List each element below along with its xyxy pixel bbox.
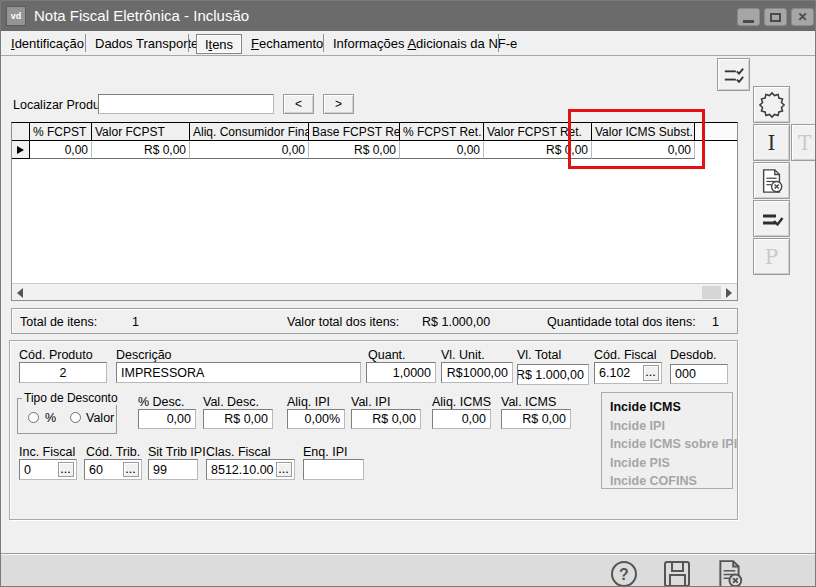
grid-header-pct-fcpst[interactable]: % FCPST bbox=[30, 123, 92, 140]
grid-data-row: 0,00 R$ 0,00 0,00 R$ 0,00 0,00 R$ 0,00 0… bbox=[12, 141, 737, 159]
cell-valor-fcpst-ret[interactable]: R$ 0,00 bbox=[484, 141, 592, 159]
cell-pct-fcpst[interactable]: 0,00 bbox=[30, 141, 92, 159]
cell-valor-fcpst[interactable]: R$ 0,00 bbox=[92, 141, 190, 159]
next-item-button[interactable]: > bbox=[323, 94, 354, 114]
scroll-right-icon bbox=[726, 288, 732, 298]
cod-fiscal-field[interactable]: 6.102 ... bbox=[594, 362, 662, 384]
close-button[interactable]: ✕ bbox=[791, 8, 814, 26]
radio-valor[interactable] bbox=[70, 412, 81, 423]
radio-valor-label[interactable]: Valor bbox=[86, 411, 114, 425]
cell-base-fcpst-ret[interactable]: R$ 0,00 bbox=[309, 141, 400, 159]
quantidade-total-value: 1 bbox=[712, 315, 719, 329]
grid-header-valor-fcpst-ret[interactable]: Valor FCPST Ret. bbox=[484, 123, 592, 140]
cod-trib-field[interactable]: 60 ... bbox=[84, 459, 142, 480]
cancel-button[interactable] bbox=[714, 558, 746, 587]
minimize-icon bbox=[743, 20, 754, 23]
grid-header-valor-icms-subst[interactable]: Valor ICMS Subst. bbox=[592, 123, 695, 140]
enq-ipi-field[interactable] bbox=[303, 459, 364, 480]
letter-p-button[interactable]: P bbox=[753, 238, 790, 275]
tab-separator bbox=[323, 34, 324, 52]
incide-panel: Incide ICMS Incide IPI Incide ICMS sobre… bbox=[601, 392, 733, 489]
radio-percent[interactable] bbox=[28, 412, 39, 423]
cod-fiscal-value: 6.102 bbox=[599, 366, 630, 380]
quant-label: Quant. bbox=[368, 348, 406, 362]
quantidade-total-label: Quantidade total dos itens: bbox=[547, 315, 696, 329]
apply-button[interactable] bbox=[753, 200, 790, 237]
val-ipi-field[interactable]: R$ 0,00 bbox=[351, 409, 421, 429]
desdob-field[interactable]: 000 bbox=[670, 364, 728, 384]
row-selector-cell[interactable] bbox=[12, 141, 30, 159]
grid-header-base-fcpst-ret[interactable]: Base FCPST Ret. bbox=[309, 123, 400, 140]
descricao-field[interactable]: IMPRESSORA bbox=[116, 362, 361, 383]
prev-item-button[interactable]: < bbox=[283, 94, 314, 114]
valor-total-label: Valor total dos itens: bbox=[287, 315, 399, 329]
inc-fiscal-value: 0 bbox=[24, 463, 31, 477]
scroll-right-button[interactable] bbox=[723, 287, 735, 298]
tab-bar: Identificação Dados Transporte Itens Fec… bbox=[1, 31, 816, 56]
minimize-button[interactable] bbox=[737, 8, 760, 26]
letter-t-button[interactable]: T bbox=[791, 124, 816, 161]
starburst-button[interactable] bbox=[753, 86, 790, 123]
cell-pct-fcpst-ret[interactable]: 0,00 bbox=[400, 141, 484, 159]
footer-bar: ? bbox=[1, 553, 816, 587]
tab-separator bbox=[498, 34, 499, 52]
val-desc-field[interactable]: R$ 0,00 bbox=[203, 409, 273, 429]
pct-desc-field[interactable]: 0,00 bbox=[138, 409, 196, 429]
tab-dados-transporte[interactable]: Dados Transporte bbox=[95, 36, 198, 51]
tab-identificacao[interactable]: Identificação bbox=[11, 36, 84, 51]
aliq-icms-field[interactable]: 0,00 bbox=[432, 409, 491, 429]
aliq-ipi-field[interactable]: 0,00% bbox=[287, 409, 345, 429]
sit-trib-ipi-label: Sit Trib IPI bbox=[148, 445, 206, 459]
val-desc-label: Val. Desc. bbox=[203, 395, 259, 409]
sit-trib-ipi-field[interactable]: 99 bbox=[148, 459, 198, 480]
horizontal-scrollbar[interactable] bbox=[12, 283, 737, 300]
total-itens-value: 1 bbox=[132, 315, 139, 329]
incide-item-ipi: Incide IPI bbox=[610, 417, 732, 436]
cod-fiscal-lookup-button[interactable]: ... bbox=[643, 365, 659, 381]
pct-desc-label: % Desc. bbox=[138, 395, 185, 409]
vl-total-field[interactable]: R$ 1.000,00 bbox=[517, 364, 589, 385]
letter-i-button[interactable]: I bbox=[753, 124, 790, 161]
desdob-label: Desdob. bbox=[670, 348, 717, 362]
tab-fechamento[interactable]: Fechamento bbox=[251, 36, 323, 51]
letter-p-label: P bbox=[765, 245, 778, 269]
inc-fiscal-field[interactable]: 0 ... bbox=[19, 459, 77, 480]
val-icms-field[interactable]: R$ 0,00 bbox=[501, 409, 571, 429]
grid-header-aliq-consumidor-final[interactable]: Aliq. Consumidor Final bbox=[190, 123, 309, 140]
val-icms-label: Val. ICMS bbox=[501, 395, 556, 409]
window-title: Nota Fiscal Eletrônica - Inclusão bbox=[34, 7, 249, 24]
quant-field[interactable]: 1,0000 bbox=[366, 362, 436, 383]
cell-aliq-consumidor-final[interactable]: 0,00 bbox=[190, 141, 309, 159]
tab-informacoes-adicionais[interactable]: Informações Adicionais da NF-e bbox=[333, 36, 517, 51]
radio-percent-label[interactable]: % bbox=[45, 411, 56, 425]
tab-itens[interactable]: Itens bbox=[196, 34, 242, 54]
clas-fiscal-field[interactable]: 8512.10.00 ... bbox=[206, 459, 295, 480]
nota-fiscal-window: VD Nota Fiscal Eletrônica - Inclusão ✕ I… bbox=[0, 0, 816, 587]
checklist-button[interactable] bbox=[717, 58, 750, 91]
scroll-left-button[interactable] bbox=[14, 287, 26, 298]
save-button[interactable] bbox=[661, 558, 693, 587]
letter-i-label: I bbox=[768, 131, 776, 155]
cod-trib-lookup-button[interactable]: ... bbox=[123, 462, 139, 477]
inc-fiscal-lookup-button[interactable]: ... bbox=[58, 462, 74, 477]
delete-item-button[interactable] bbox=[753, 162, 790, 199]
grid-header-pct-fcpst-ret[interactable]: % FCPST Ret. bbox=[400, 123, 484, 140]
localizar-produto-input[interactable] bbox=[98, 94, 274, 114]
document-x-icon bbox=[759, 168, 785, 194]
grid-corner-cell bbox=[12, 123, 30, 140]
ellipsis-icon: ... bbox=[646, 368, 657, 378]
scrollbar-thumb[interactable] bbox=[702, 286, 721, 299]
cod-produto-field[interactable]: 2 bbox=[19, 362, 107, 383]
grid-header-valor-fcpst[interactable]: Valor FCPST bbox=[92, 123, 190, 140]
vl-unit-field[interactable]: R$1000,00 bbox=[441, 362, 513, 383]
scroll-left-icon bbox=[17, 288, 23, 298]
help-button[interactable]: ? bbox=[608, 558, 640, 587]
cell-valor-icms-subst[interactable]: 0,00 bbox=[592, 141, 695, 159]
app-logo-icon: VD bbox=[6, 6, 26, 26]
clas-fiscal-lookup-button[interactable]: ... bbox=[276, 462, 292, 477]
total-itens-label: Total de itens: bbox=[20, 315, 97, 329]
svg-text:?: ? bbox=[619, 566, 629, 583]
maximize-button[interactable] bbox=[764, 8, 787, 26]
close-icon: ✕ bbox=[797, 11, 807, 23]
ellipsis-icon: ... bbox=[61, 465, 72, 475]
